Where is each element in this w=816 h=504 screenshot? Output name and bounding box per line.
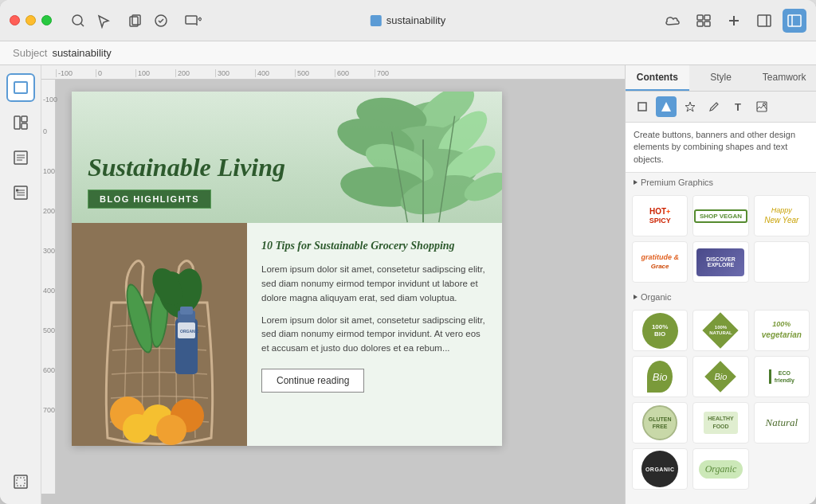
svg-rect-20 [22, 123, 27, 129]
discover-explore-badge[interactable]: DISCOVEREXPLORE [692, 241, 748, 283]
file-icon [371, 15, 382, 26]
ruler-mark: 500 [295, 69, 335, 77]
check-icon[interactable] [151, 10, 171, 31]
gluten-free-badge[interactable]: GLUTENFREE [632, 402, 688, 443]
svg-point-0 [73, 15, 82, 25]
text-tool[interactable]: T [728, 96, 748, 117]
titlebar-center: sustainability [371, 14, 445, 26]
shop-vegan-badge[interactable]: SHOP VEGAN [692, 195, 748, 236]
nav-icon[interactable] [93, 10, 114, 31]
list-view-btn[interactable] [6, 178, 35, 207]
cloud-icon[interactable] [661, 9, 685, 33]
layers-icon[interactable] [125, 10, 146, 31]
expand-icon[interactable] [634, 180, 638, 185]
svg-rect-18 [14, 116, 20, 129]
ruler-mark: 0 [96, 69, 135, 77]
svg-rect-8 [704, 15, 710, 20]
hero-badge: BLOG HIGHLIGHTS [88, 189, 211, 209]
text-view-btn[interactable] [6, 143, 35, 172]
right-panel: Contents Style Teamwork [625, 65, 816, 504]
subject-label: Subject [13, 47, 47, 59]
grid-layout-icon[interactable] [692, 9, 716, 33]
article-content: 10 Tips for Sustainable Grocery Shopping… [247, 223, 502, 446]
eco-friendly-badge[interactable]: ECOfriendly [754, 356, 810, 397]
svg-rect-17 [14, 82, 27, 93]
pen-tool[interactable] [704, 96, 724, 117]
bio-leaf-badge[interactable]: Bio [632, 356, 688, 397]
organic-graphics-grid: 100%BIO 100%NATURAL 100%vegetarian Bio [626, 305, 816, 494]
main-area: -100 0 100 200 300 400 500 600 700 -100 … [0, 65, 816, 504]
traffic-lights [10, 15, 52, 25]
natural-script-badge[interactable]: Natural [754, 402, 810, 443]
svg-point-73 [763, 104, 766, 106]
svg-rect-29 [16, 189, 18, 192]
ruler-left: -100 0 100 200 300 400 500 600 700 [41, 80, 56, 494]
healthy-food-badge[interactable]: HEALTHYFOOD [692, 402, 748, 443]
article-image: ORGANIC [72, 223, 247, 446]
tab-contents[interactable]: Contents [626, 65, 689, 91]
add-icon[interactable] [722, 9, 746, 33]
image-edit-icon[interactable] [182, 10, 203, 31]
canvas-content: Sustainable Living BLOG HIGHLIGHTS [56, 80, 518, 494]
svg-rect-7 [697, 15, 703, 20]
svg-marker-71 [661, 102, 671, 111]
image-tool[interactable] [751, 96, 772, 117]
blue-panel-icon[interactable] [783, 9, 806, 33]
tab-style[interactable]: Style [689, 65, 753, 91]
hot-spicy-badge[interactable]: HOT+ SPICY [632, 195, 688, 236]
shape-tool[interactable] [656, 96, 677, 117]
subject-value: sustainability [52, 47, 111, 59]
window-title: sustainability [386, 14, 445, 26]
hero-text-area: Sustainable Living BLOG HIGHLIGHTS [72, 92, 308, 223]
svg-rect-70 [638, 103, 646, 111]
100veg-badge[interactable]: 100%vegetarian [754, 310, 810, 351]
ruler-mark: -100 [56, 69, 96, 77]
svg-rect-62 [180, 307, 193, 315]
expand-organic-icon[interactable] [634, 295, 638, 299]
titlebar-left-icons [68, 10, 203, 31]
ruler-mark: 300 [215, 69, 255, 77]
article-section: ORGANIC [72, 223, 502, 446]
icon-group-2 [125, 10, 171, 31]
fullscreen-button[interactable] [41, 15, 52, 25]
article-title: 10 Tips for Sustainable Grocery Shopping [261, 239, 486, 253]
article-body-1: Lorem ipsum dolor sit amet, consetetur s… [261, 263, 486, 305]
100natural-badge[interactable]: 100%NATURAL [692, 310, 748, 351]
square-tool[interactable] [632, 96, 653, 117]
orange-wavy-badge[interactable]: gratitude & Grace [632, 241, 688, 283]
organic-label: Organic [626, 287, 816, 305]
article-body-2: Lorem ipsum dolor sit amet, consetetur s… [261, 314, 486, 356]
browse-icon[interactable] [68, 10, 88, 31]
crop-icon[interactable] [6, 467, 35, 496]
titlebar: sustainability [0, 0, 816, 41]
layout-view-btn[interactable] [6, 108, 35, 137]
100bio-badge[interactable]: 100%BIO [632, 310, 688, 351]
bio-diamond-badge[interactable]: Bio [692, 356, 748, 397]
organic-dark-badge[interactable]: ORGANIC [632, 448, 688, 490]
ruler-mark: 400 [255, 69, 295, 77]
organic-green-badge[interactable]: Organic [692, 448, 748, 490]
svg-rect-15 [788, 15, 801, 26]
hero-title: Sustainable Living [88, 154, 292, 182]
empty-badge-slot[interactable] [754, 241, 810, 283]
ruler-mark: 600 [335, 69, 375, 77]
star-tool[interactable] [680, 96, 700, 117]
ruler-mark: 700 [375, 69, 414, 77]
svg-rect-5 [186, 16, 197, 24]
happy-new-year-badge[interactable]: Happy New Year [754, 195, 810, 236]
panel-tabs: Contents Style Teamwork [626, 65, 816, 92]
close-button[interactable] [10, 15, 20, 25]
page-view-btn[interactable] [6, 73, 35, 102]
email-template: Sustainable Living BLOG HIGHLIGHTS [72, 92, 502, 446]
svg-rect-19 [22, 116, 27, 122]
minimize-button[interactable] [26, 15, 36, 25]
svg-line-1 [81, 23, 84, 26]
icon-group-3 [182, 10, 203, 31]
tab-teamwork[interactable]: Teamwork [752, 65, 816, 91]
ruler-mark: 200 [175, 69, 215, 77]
svg-point-69 [156, 415, 186, 445]
continue-reading-button[interactable]: Continue reading [261, 369, 364, 393]
svg-point-68 [123, 414, 151, 443]
panel-toggle-icon[interactable] [752, 9, 776, 33]
canvas-area[interactable]: -100 0 100 200 300 400 500 600 700 -100 … [41, 65, 625, 504]
